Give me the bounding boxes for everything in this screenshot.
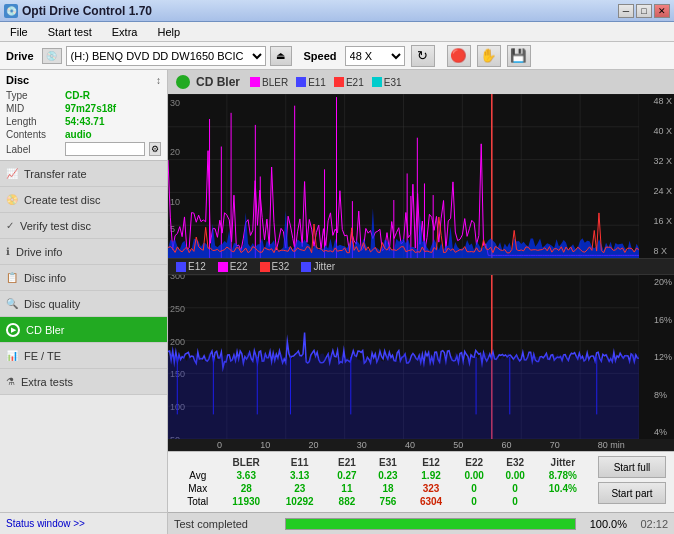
minimize-button[interactable]: ─ (618, 4, 634, 18)
label-gear-button[interactable]: ⚙ (149, 142, 161, 156)
sidebar: Disc ↕ Type CD-R MID 97m27s18f Length 54… (0, 70, 168, 534)
close-button[interactable]: ✕ (654, 4, 670, 18)
disc-label-row: Label ⚙ (6, 142, 161, 156)
label-input[interactable] (65, 142, 145, 156)
stats-avg-label: Avg (176, 469, 219, 482)
stats-total-e31: 756 (367, 495, 408, 508)
stats-max-e32: 0 (495, 482, 536, 495)
top-chart-legend: BLER E11 E21 E31 (250, 77, 402, 88)
eject-button[interactable]: ⏏ (270, 46, 292, 66)
sidebar-label-transfer-rate: Transfer rate (24, 168, 87, 180)
title-bar-left: 💿 Opti Drive Control 1.70 (4, 4, 152, 18)
menu-help[interactable]: Help (151, 24, 186, 40)
bottom-legend-bar: E12 E22 E32 Jitter (168, 258, 674, 275)
sidebar-label-drive-info: Drive info (16, 246, 62, 258)
stats-total-e21: 882 (326, 495, 367, 508)
sidebar-item-fe-te[interactable]: 📊 FE / TE (0, 343, 167, 369)
start-part-button[interactable]: Start part (598, 482, 666, 504)
stats-avg-e22: 0.00 (454, 469, 495, 482)
stats-max-bler: 28 (219, 482, 272, 495)
progress-bar-area: Test completed 100.0% 02:12 (168, 512, 674, 534)
menu-start-test[interactable]: Start test (42, 24, 98, 40)
drive-select[interactable]: (H:) BENQ DVD DD DW1650 BCIC (66, 46, 266, 66)
sidebar-item-cd-bler[interactable]: ▶ CD Bler (0, 317, 167, 343)
legend-e21: E21 (334, 77, 364, 88)
legend-e11-color (296, 77, 306, 87)
speed-label: Speed (304, 50, 337, 62)
legend-bler: BLER (250, 77, 288, 88)
stats-avg-jitter: 8.78% (536, 469, 590, 482)
stats-avg-e11: 3.13 (273, 469, 326, 482)
maximize-button[interactable]: □ (636, 4, 652, 18)
stats-total-e12: 6304 (408, 495, 453, 508)
stats-table: BLER E11 E21 E31 E12 E22 E32 Jitter Avg (176, 456, 590, 508)
stats-area: BLER E11 E21 E31 E12 E22 E32 Jitter Avg (168, 451, 674, 512)
legend-e31-color (372, 77, 382, 87)
right-panel: CD Bler BLER E11 E21 E31 (168, 70, 674, 534)
disc-contents-value: audio (65, 129, 92, 140)
disc-header: Disc ↕ (6, 74, 161, 86)
disc-mid-row: MID 97m27s18f (6, 103, 161, 114)
top-chart-y-right: 48 X 40 X 32 X 24 X 16 X 8 X (653, 94, 672, 258)
toolbar: Drive 💿 (H:) BENQ DVD DD DW1650 BCIC ⏏ S… (0, 42, 674, 70)
status-text: Test completed (174, 518, 279, 530)
hand-button[interactable]: ✋ (477, 45, 501, 67)
stats-max-label: Max (176, 482, 219, 495)
table-row: Avg 3.63 3.13 0.27 0.23 1.92 0.00 0.00 8… (176, 469, 590, 482)
stats-avg-e21: 0.27 (326, 469, 367, 482)
status-window-button[interactable]: Status window >> (6, 518, 85, 529)
stats-buttons: Start full Start part (598, 456, 666, 504)
disc-type-row: Type CD-R (6, 90, 161, 101)
top-chart-canvas (168, 94, 639, 258)
table-row: Total 11930 10292 882 756 6304 0 0 (176, 495, 590, 508)
refresh-button[interactable]: ↻ (411, 45, 435, 67)
sidebar-item-create-test-disc[interactable]: 📀 Create test disc (0, 187, 167, 213)
stats-data-table: BLER E11 E21 E31 E12 E22 E32 Jitter Avg (176, 456, 590, 508)
progress-time: 02:12 (633, 518, 668, 530)
sidebar-item-extra-tests[interactable]: ⚗ Extra tests (0, 369, 167, 395)
disc-info-icon: 📋 (6, 272, 18, 283)
menu-extra[interactable]: Extra (106, 24, 144, 40)
drive-info-icon: ℹ (6, 246, 10, 257)
disc-type-value: CD-R (65, 90, 90, 101)
sidebar-item-disc-quality[interactable]: 🔍 Disc quality (0, 291, 167, 317)
legend-e21-color (334, 77, 344, 87)
stats-total-jitter (536, 495, 590, 508)
stats-total-bler: 11930 (219, 495, 272, 508)
cd-bler-icon: ▶ (6, 323, 20, 337)
disc-mid-value: 97m27s18f (65, 103, 116, 114)
transfer-rate-icon: 📈 (6, 168, 18, 179)
start-full-button[interactable]: Start full (598, 456, 666, 478)
stats-header-e11: E11 (273, 456, 326, 469)
stats-header-e32: E32 (495, 456, 536, 469)
sidebar-item-disc-info[interactable]: 📋 Disc info (0, 265, 167, 291)
stats-max-e11: 23 (273, 482, 326, 495)
sidebar-label-fe-te: FE / TE (24, 350, 61, 362)
legend-e32: E32 (260, 261, 290, 272)
legend-e22: E22 (218, 261, 248, 272)
stats-header-label (176, 456, 219, 469)
sidebar-item-drive-info[interactable]: ℹ Drive info (0, 239, 167, 265)
bottom-chart-canvas (168, 275, 639, 439)
stats-max-e21: 11 (326, 482, 367, 495)
stats-header-jitter: Jitter (536, 456, 590, 469)
top-chart: 48 X 40 X 32 X 24 X 16 X 8 X (168, 94, 674, 258)
menu-file[interactable]: File (4, 24, 34, 40)
disc-quality-icon: 🔍 (6, 298, 18, 309)
sidebar-nav: 📈 Transfer rate 📀 Create test disc ✓ Ver… (0, 161, 167, 512)
chart-title-icon (176, 75, 190, 89)
disc-arrow-icon[interactable]: ↕ (156, 75, 161, 86)
legend-jitter: Jitter (301, 261, 335, 272)
bottom-chart-y-right: 20% 16% 12% 8% 4% (654, 275, 672, 439)
table-row: Max 28 23 11 18 323 0 0 10.4% (176, 482, 590, 495)
record-button[interactable]: 🔴 (447, 45, 471, 67)
sidebar-status-bar: Status window >> (0, 512, 167, 534)
progress-bar-bg (285, 518, 576, 530)
sidebar-item-transfer-rate[interactable]: 📈 Transfer rate (0, 161, 167, 187)
save-button[interactable]: 💾 (507, 45, 531, 67)
speed-select[interactable]: 48 X 40 X 32 X 16 X (345, 46, 405, 66)
sidebar-item-verify-test-disc[interactable]: ✓ Verify test disc (0, 213, 167, 239)
legend-e32-color (260, 262, 270, 272)
sidebar-label-verify-test-disc: Verify test disc (20, 220, 91, 232)
main-content: Disc ↕ Type CD-R MID 97m27s18f Length 54… (0, 70, 674, 534)
